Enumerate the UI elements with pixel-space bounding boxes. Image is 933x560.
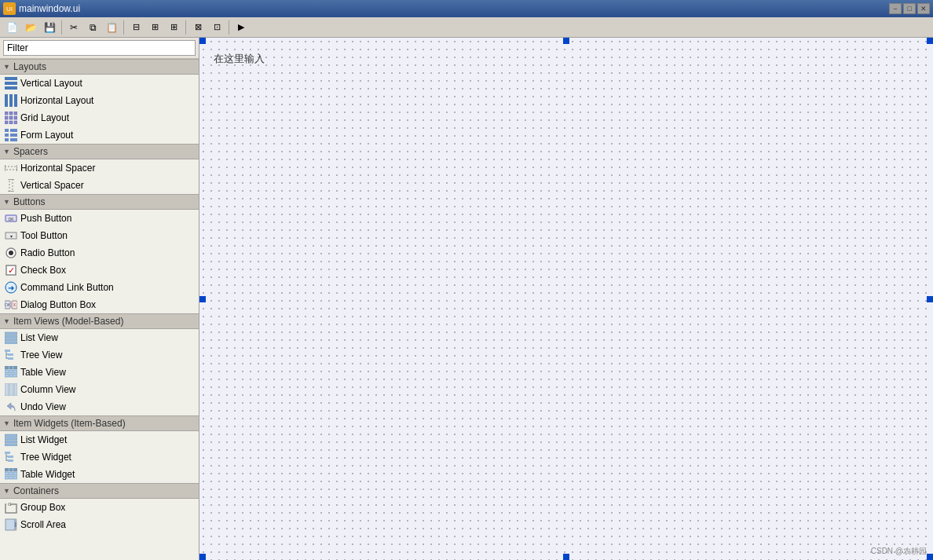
handle-bottom-left[interactable] bbox=[199, 554, 206, 560]
sidebar-item-undo-view[interactable]: Undo View bbox=[0, 398, 199, 415]
handle-top-left[interactable] bbox=[199, 38, 206, 44]
svg-rect-12 bbox=[5, 121, 8, 124]
vertical-layout-label: Vertical Layout bbox=[20, 78, 82, 89]
sidebar-item-scroll-area[interactable]: Scroll Area bbox=[0, 516, 199, 533]
svg-rect-85 bbox=[5, 519, 15, 530]
canvas-inner[interactable]: 在这里输入 CSDN @农耕园 bbox=[199, 38, 933, 560]
svg-rect-47 bbox=[8, 357, 13, 360]
toolbar-paste[interactable]: 📋 bbox=[103, 19, 120, 36]
svg-rect-2 bbox=[5, 86, 17, 90]
command-link-button-label: Command Link Button bbox=[20, 282, 114, 293]
sidebar-item-radio-button[interactable]: Radio Button bbox=[0, 244, 199, 262]
sidebar-item-vertical-layout[interactable]: Vertical Layout bbox=[0, 75, 199, 92]
column-view-label: Column View bbox=[20, 384, 75, 395]
handle-top-right[interactable] bbox=[927, 38, 933, 44]
sidebar-item-form-layout[interactable]: Form Layout bbox=[0, 126, 199, 144]
filter-input[interactable] bbox=[3, 40, 196, 56]
svg-point-32 bbox=[9, 251, 13, 255]
svg-rect-18 bbox=[10, 134, 17, 137]
toolbar-cut[interactable]: ✂ bbox=[65, 19, 82, 36]
handle-bottom-right[interactable] bbox=[927, 554, 933, 560]
sidebar-item-dialog-button-box[interactable]: OKX Dialog Button Box bbox=[0, 296, 199, 313]
section-arrow-layouts: ▼ bbox=[3, 63, 10, 71]
sidebar-item-list-view[interactable]: List View bbox=[0, 329, 199, 346]
toolbar-layout-grid[interactable]: ⊞ bbox=[165, 19, 182, 36]
list-widget-label: List Widget bbox=[20, 434, 67, 445]
toolbar-adjust[interactable]: ⊡ bbox=[208, 19, 225, 36]
close-button[interactable]: ✕ bbox=[917, 3, 930, 14]
svg-rect-80 bbox=[9, 476, 13, 479]
section-header-layouts[interactable]: ▼ Layouts bbox=[0, 59, 199, 75]
scroll-area-label: Scroll Area bbox=[20, 519, 66, 530]
filter-bar bbox=[0, 38, 199, 59]
maximize-button[interactable]: □ bbox=[903, 3, 916, 14]
svg-rect-62 bbox=[14, 383, 17, 396]
table-widget-icon bbox=[5, 468, 17, 481]
scroll-area-icon bbox=[5, 518, 17, 531]
tool-button-icon: ▾ bbox=[5, 229, 17, 242]
toolbar-break[interactable]: ⊠ bbox=[189, 19, 207, 36]
sidebar-item-horizontal-spacer[interactable]: Horizontal Spacer bbox=[0, 159, 199, 177]
canvas-area[interactable]: 在这里输入 CSDN @农耕园 bbox=[199, 38, 933, 560]
check-box-label: Check Box bbox=[20, 265, 66, 276]
section-header-spacers[interactable]: ▼ Spacers bbox=[0, 144, 199, 159]
svg-rect-14 bbox=[14, 121, 17, 124]
toolbar-open[interactable]: 📂 bbox=[22, 19, 39, 36]
toolbar-sep4 bbox=[229, 20, 229, 35]
section-header-item-widgets[interactable]: ▼ Item Widgets (Item-Based) bbox=[0, 415, 199, 431]
toolbar-copy[interactable]: ⧉ bbox=[84, 19, 101, 36]
svg-rect-21 bbox=[5, 167, 17, 170]
sidebar-item-horizontal-layout[interactable]: Horizontal Layout bbox=[0, 92, 199, 109]
sidebar-item-tree-view[interactable]: Tree View bbox=[0, 346, 199, 364]
grid-layout-label: Grid Layout bbox=[20, 112, 69, 123]
handle-mid-left[interactable] bbox=[199, 296, 206, 302]
svg-rect-8 bbox=[14, 112, 17, 115]
group-box-icon: G bbox=[5, 501, 17, 514]
preview-icon: ▶ bbox=[238, 22, 244, 32]
sidebar-item-command-link-button[interactable]: ➜ Command Link Button bbox=[0, 279, 199, 296]
sidebar-item-tool-button[interactable]: ▾ Tool Button bbox=[0, 227, 199, 244]
svg-rect-51 bbox=[5, 366, 9, 369]
sidebar-item-vertical-spacer[interactable]: Vertical Spacer bbox=[0, 177, 199, 194]
section-arrow-containers: ▼ bbox=[3, 487, 10, 495]
tool-button-label: Tool Button bbox=[20, 230, 68, 241]
section-header-buttons[interactable]: ▼ Buttons bbox=[0, 194, 199, 210]
handle-top-center[interactable] bbox=[563, 38, 569, 44]
svg-rect-46 bbox=[8, 353, 13, 356]
sidebar-item-table-view[interactable]: Table View bbox=[0, 364, 199, 381]
svg-text:▾: ▾ bbox=[10, 234, 13, 239]
svg-rect-19 bbox=[5, 138, 9, 141]
sidebar-item-group-box[interactable]: G Group Box bbox=[0, 499, 199, 516]
adjust-icon: ⊡ bbox=[214, 22, 221, 32]
sidebar-item-list-widget[interactable]: List Widget bbox=[0, 431, 199, 448]
toolbar-new[interactable]: 📄 bbox=[3, 19, 20, 36]
watermark: CSDN @农耕园 bbox=[871, 546, 927, 557]
break-icon: ⊠ bbox=[195, 22, 202, 32]
sidebar-item-check-box[interactable]: ✓ Check Box bbox=[0, 262, 199, 279]
svg-rect-68 bbox=[8, 456, 13, 458]
tree-view-label: Tree View bbox=[20, 350, 62, 361]
toolbar-layout-v[interactable]: ⊟ bbox=[127, 19, 145, 36]
sidebar-item-push-button[interactable]: OK Push Button bbox=[0, 210, 199, 227]
handle-mid-right[interactable] bbox=[927, 296, 933, 302]
section-header-item-views[interactable]: ▼ Item Views (Model-Based) bbox=[0, 313, 199, 329]
list-widget-icon bbox=[5, 434, 17, 446]
svg-rect-87 bbox=[15, 522, 16, 527]
sidebar-item-table-widget[interactable]: Table Widget bbox=[0, 466, 199, 483]
toolbar-preview[interactable]: ▶ bbox=[232, 19, 250, 36]
toolbar-save[interactable]: 💾 bbox=[41, 19, 58, 36]
table-view-label: Table View bbox=[20, 367, 66, 378]
handle-bottom-center[interactable] bbox=[563, 554, 569, 560]
section-header-containers[interactable]: ▼ Containers bbox=[0, 483, 199, 499]
svg-rect-55 bbox=[9, 370, 13, 373]
svg-rect-66 bbox=[5, 444, 17, 446]
sidebar-item-column-view[interactable]: Column View bbox=[0, 381, 199, 398]
layout-h-icon: ⊞ bbox=[152, 22, 159, 32]
sidebar-item-grid-layout[interactable]: Grid Layout bbox=[0, 109, 199, 126]
minimize-button[interactable]: − bbox=[889, 3, 902, 14]
svg-rect-17 bbox=[5, 134, 9, 137]
sidebar-item-tree-widget[interactable]: Tree Widget bbox=[0, 448, 199, 466]
svg-rect-60 bbox=[5, 383, 9, 396]
toolbar-layout-h[interactable]: ⊞ bbox=[146, 19, 163, 36]
svg-rect-65 bbox=[5, 441, 17, 443]
